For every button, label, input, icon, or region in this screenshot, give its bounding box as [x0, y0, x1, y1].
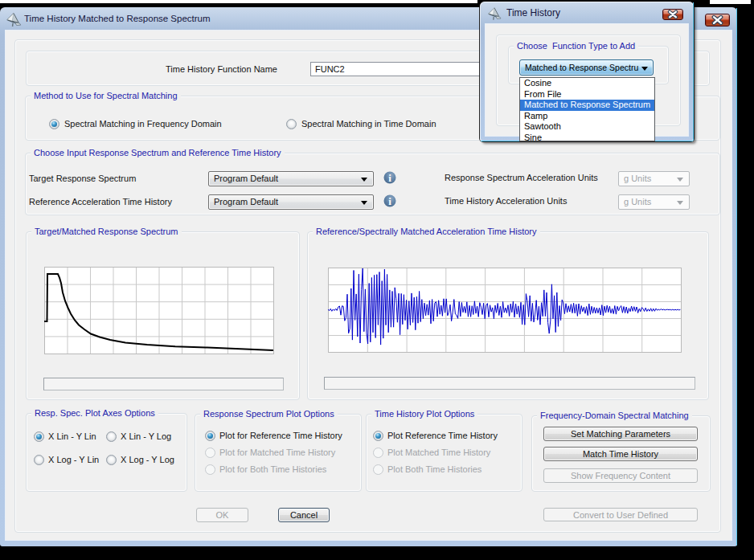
svg-text:i: i — [388, 195, 391, 207]
svg-text:i: i — [388, 172, 391, 184]
